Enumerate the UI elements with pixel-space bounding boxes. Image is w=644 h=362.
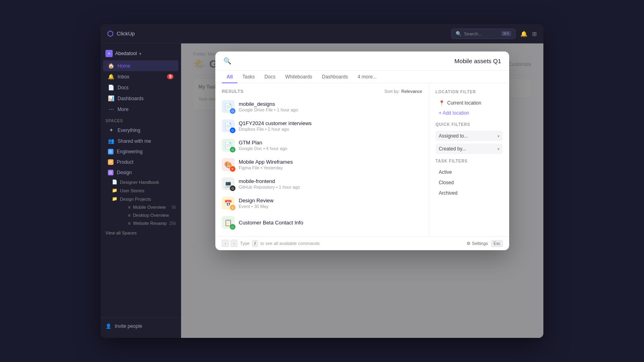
assigned-to-dropdown[interactable]: Assigned to... ▾ <box>436 131 503 141</box>
modal-results: RESULTS Sort by: Relevance 📄 G <box>215 83 429 236</box>
modal-search-bar: 🔍 Mobile assets Q1 <box>215 51 509 71</box>
invite-people-button[interactable]: 👤 Invite people <box>101 321 181 331</box>
design-projects-label: Design Projects <box>120 197 151 202</box>
modal-overlay[interactable]: 🔍 Mobile assets Q1 All Tasks Docs Whiteb… <box>181 43 543 338</box>
notifications-icon[interactable]: 🔔 <box>520 31 527 37</box>
sidebar-item-product[interactable]: P Product <box>103 157 178 167</box>
inbox-badge: 9 <box>167 74 173 79</box>
sidebar-sub-desktop-overview[interactable]: ≡ Desktop Overview <box>117 211 181 219</box>
sidebar-bottom: 👤 Invite people <box>101 317 181 335</box>
search-icon: 🔍 <box>456 31 462 37</box>
result-icon-event: 📅 E <box>222 197 235 210</box>
esc-key[interactable]: Esc <box>491 240 503 247</box>
chevron-down-icon: ▾ <box>497 134 500 138</box>
sidebar-sub-mobile-overview[interactable]: ≡ Mobile Overview 56 <box>117 203 181 211</box>
modal-footer: ‹ › Type / to see all available commands… <box>215 236 509 250</box>
result-name: Design Review <box>239 197 422 204</box>
settings-label: Settings <box>472 241 488 246</box>
task-filter-archived[interactable]: Archived <box>436 188 503 198</box>
nav-back-button[interactable]: ‹ <box>222 240 229 247</box>
everything-icon: ✦ <box>108 127 114 133</box>
inbox-icon: 🔔 <box>108 74 114 80</box>
event-badge: E <box>230 205 235 210</box>
nav-forward-button[interactable]: › <box>231 240 238 247</box>
title-bar: ⬡ ClickUp 🔍 Search... ⌘K 🔔 ⊞ <box>101 24 543 43</box>
tab-more[interactable]: 4 more... <box>353 71 381 83</box>
tab-whiteboards[interactable]: Whiteboards <box>280 71 317 83</box>
result-name: Mobile App Wireframes <box>239 159 422 165</box>
grid-icon[interactable]: ⊞ <box>532 31 537 37</box>
list2-icon: ≡ <box>128 213 130 218</box>
modal-search-icon: 🔍 <box>223 57 231 65</box>
sidebar-item-inbox[interactable]: 🔔 Inbox 9 <box>103 71 178 82</box>
task-filter-closed[interactable]: Closed <box>436 178 503 187</box>
desktop-overview-label: Desktop Overview <box>133 213 169 218</box>
result-meta: Dropbox File • 2 hour ago <box>239 127 422 132</box>
main-content: A Abedatool ▾ 🏠 Home 🔔 Inbox 9 📄 Docs 📊 … <box>101 43 543 338</box>
sidebar-item-engineering[interactable]: E Engineering <box>103 146 178 157</box>
search-shortcut: ⌘K <box>501 31 511 36</box>
sidebar-item-docs[interactable]: 📄 Docs <box>103 82 178 93</box>
customer-beta-badge: C <box>230 224 235 230</box>
page-area: Friday, March 3rd 🌤️ Good morning, Brian… <box>181 43 543 338</box>
footer-type-label: Type <box>240 241 250 246</box>
result-icon-figma: 🎨 F <box>222 158 235 171</box>
sidebar: A Abedatool ▾ 🏠 Home 🔔 Inbox 9 📄 Docs 📊 … <box>101 43 181 338</box>
sidebar-item-everything[interactable]: ✦ Everything <box>103 125 178 136</box>
search-placeholder: Search... <box>464 31 482 36</box>
settings-button[interactable]: ⚙ Settings <box>466 241 488 246</box>
view-all-spaces[interactable]: View all Spaces <box>101 227 181 239</box>
tab-all[interactable]: All <box>222 71 237 83</box>
tab-docs[interactable]: Docs <box>260 71 280 83</box>
results-header: RESULTS Sort by: Relevance <box>215 87 429 97</box>
folder-icon: 📁 <box>112 188 118 193</box>
tab-dashboards[interactable]: Dashboards <box>317 71 353 83</box>
sidebar-item-dashboards[interactable]: 📊 Dashboards <box>103 93 178 104</box>
tab-tasks[interactable]: Tasks <box>237 71 260 83</box>
document-icon: 📄 <box>112 179 118 185</box>
sidebar-item-design[interactable]: D Design <box>103 167 178 178</box>
sidebar-item-dashboards-label: Dashboards <box>118 96 144 101</box>
result-item-design-review[interactable]: 📅 E Design Review Event • 30 May <box>215 193 429 213</box>
results-label: RESULTS <box>222 89 244 94</box>
result-item-wireframes[interactable]: 🎨 F Mobile App Wireframes Figma File • Y… <box>215 155 429 174</box>
modal-search-input[interactable] <box>235 58 451 64</box>
result-item-customer-interviews[interactable]: 📄 D Q1FY2024 customer interviews Dropbox… <box>215 116 429 136</box>
title-bar-right: 🔍 Search... ⌘K 🔔 ⊞ <box>451 29 537 39</box>
sidebar-sub-user-stories[interactable]: 📁 User Stories <box>101 186 181 195</box>
dashboards-icon: 📊 <box>108 95 114 101</box>
workspace-name: Abedatool <box>115 51 137 56</box>
created-by-label: Created by... <box>439 146 466 152</box>
created-by-dropdown[interactable]: Created by... ▾ <box>436 144 503 154</box>
result-info-mobile-frontend: mobile-frontend GitHub Repository • 1 ho… <box>239 178 422 189</box>
sidebar-item-shared-label: Shared with me <box>118 138 151 144</box>
sidebar-item-engineering-label: Engineering <box>117 149 142 154</box>
docs-icon: 📄 <box>108 84 114 90</box>
result-meta: Figma File • Yesterday <box>239 165 422 170</box>
sidebar-sub-designer-handbook[interactable]: 📄 Designer Handbook <box>101 178 181 186</box>
global-search-bar[interactable]: 🔍 Search... ⌘K <box>451 29 516 39</box>
result-item-gtm-plan[interactable]: 📄 G GTM Plan Google Doc • 4 hour ago <box>215 136 429 155</box>
sidebar-item-shared[interactable]: 👥 Shared with me <box>103 136 178 146</box>
current-location-filter[interactable]: 📍 Current location <box>436 98 503 108</box>
footer-commands-text: to see all available commands <box>260 241 320 246</box>
task-filter-active[interactable]: Active <box>436 167 503 177</box>
result-icon-google-doc: 📄 G <box>222 139 235 152</box>
result-info-gtm-plan: GTM Plan Google Doc • 4 hour ago <box>239 140 422 151</box>
dropbox-badge: D <box>230 128 235 133</box>
figma-badge: F <box>230 166 235 172</box>
website-revamp-count: 256 <box>169 221 176 226</box>
result-item-mobile-frontend[interactable]: 💻 G mobile-frontend GitHub Repository • … <box>215 174 429 193</box>
list3-icon: ≡ <box>128 221 130 226</box>
add-location-button[interactable]: + Add location <box>436 109 503 117</box>
sidebar-item-more[interactable]: ⋯ More <box>103 104 178 115</box>
modal-body: RESULTS Sort by: Relevance 📄 G <box>215 83 509 236</box>
result-item-mobile-designs[interactable]: 📄 G mobile_designs Google Drive File • 1… <box>215 97 429 116</box>
assigned-to-label: Assigned to... <box>439 133 468 139</box>
workspace-header[interactable]: A Abedatool ▾ <box>101 47 181 60</box>
result-meta: Google Doc • 4 hour ago <box>239 146 422 151</box>
result-item-customer-beta[interactable]: 📋 C Customer Beta Contact Info <box>215 213 429 232</box>
sidebar-sub-website-revamp[interactable]: ≡ Website Revamp 256 <box>117 219 181 227</box>
sidebar-item-home[interactable]: 🏠 Home <box>103 60 178 71</box>
sidebar-sub-design-projects[interactable]: 📁 Design Projects <box>101 195 181 203</box>
